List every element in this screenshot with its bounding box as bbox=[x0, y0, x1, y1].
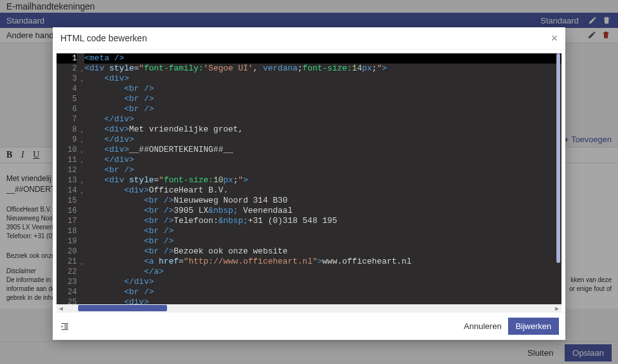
code-editor[interactable]: 12▾3▾45678▾9▾10▾11▾1213▾14▾1516171819202… bbox=[57, 53, 561, 312]
scroll-thumb[interactable] bbox=[78, 305, 167, 311]
line-gutter: 12▾3▾45678▾9▾10▾11▾1213▾14▾1516171819202… bbox=[57, 53, 78, 312]
cancel-button[interactable]: Annuleren bbox=[457, 318, 507, 335]
scroll-right-icon[interactable]: ► bbox=[553, 304, 561, 312]
code-area[interactable]: <meta /><div style="font-family:'Segoe U… bbox=[84, 53, 561, 312]
scroll-thumb[interactable] bbox=[556, 53, 560, 263]
update-button[interactable]: Bijwerken bbox=[508, 318, 559, 335]
modal-footer: Annuleren Bijwerken bbox=[53, 312, 565, 340]
horizontal-scrollbar[interactable]: ◄ ► bbox=[57, 304, 561, 312]
scroll-left-icon[interactable]: ◄ bbox=[57, 304, 65, 312]
modal-header: HTML code bewerken × bbox=[53, 27, 565, 50]
close-icon[interactable]: × bbox=[551, 32, 558, 44]
vertical-scrollbar[interactable] bbox=[556, 53, 560, 300]
code-editor-wrap: 12▾3▾45678▾9▾10▾11▾1213▾14▾1516171819202… bbox=[53, 50, 565, 312]
outdent-icon[interactable] bbox=[59, 322, 71, 331]
html-code-modal: HTML code bewerken × 12▾3▾45678▾9▾10▾11▾… bbox=[53, 27, 565, 340]
modal-title: HTML code bewerken bbox=[60, 33, 147, 43]
